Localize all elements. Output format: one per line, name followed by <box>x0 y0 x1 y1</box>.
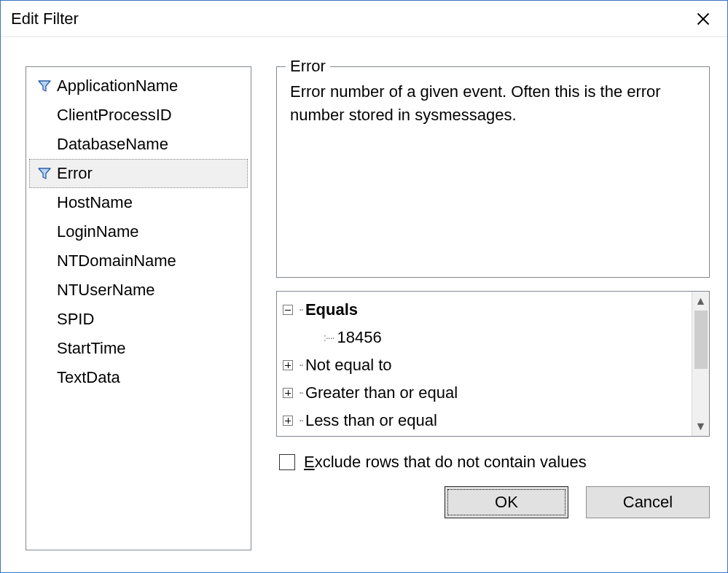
scroll-thumb[interactable] <box>694 311 708 369</box>
cancel-button[interactable]: Cancel <box>586 486 710 518</box>
filter-item-applicationname[interactable]: ApplicationName <box>29 71 248 101</box>
filter-item-hostname[interactable]: HostName <box>29 188 248 217</box>
filter-item-textdata[interactable]: TextData <box>29 363 248 392</box>
ok-button[interactable]: OK <box>445 486 568 518</box>
criteria-tree[interactable]: ··Equals:····18456··Not equal to··Greate… <box>276 291 710 437</box>
vertical-scrollbar[interactable]: ▲ ▼ <box>692 292 709 436</box>
titlebar: Edit Filter <box>1 1 727 37</box>
scroll-up-icon[interactable]: ▲ <box>695 295 707 308</box>
funnel-icon <box>34 79 55 93</box>
filter-column-list[interactable]: ApplicationNameClientProcessIDDatabaseNa… <box>26 66 251 550</box>
edit-filter-dialog: Edit Filter ApplicationNameClientProcess… <box>0 0 728 573</box>
expand-icon[interactable] <box>283 360 293 370</box>
filter-item-label: NTUserName <box>55 281 154 300</box>
collapse-icon[interactable] <box>283 305 293 315</box>
criteria-node[interactable]: ··Less than or equal <box>283 407 690 434</box>
filter-item-label: TextData <box>55 368 120 387</box>
filter-item-clientprocessid[interactable]: ClientProcessID <box>29 101 248 130</box>
filter-item-label: ApplicationName <box>55 77 178 96</box>
criteria-node[interactable]: ··Not equal to <box>283 351 690 379</box>
criteria-value-label: 18456 <box>337 328 381 347</box>
criteria-tree-content: ··Equals:····18456··Not equal to··Greate… <box>277 292 692 436</box>
svg-marker-3 <box>39 168 50 179</box>
column-description: Error number of a given event. Often thi… <box>290 80 699 127</box>
criteria-node-label: Less than or equal <box>305 411 437 430</box>
filter-item-label: NTDomainName <box>55 252 176 270</box>
expand-icon[interactable] <box>283 388 293 398</box>
expand-icon[interactable] <box>283 416 293 426</box>
groupbox-title: Error <box>286 57 330 76</box>
right-panel: Error Error number of a given event. Oft… <box>276 66 710 550</box>
criteria-node[interactable]: ··Greater than or equal <box>283 379 690 407</box>
filter-item-label: ClientProcessID <box>55 106 172 125</box>
filter-item-ntusername[interactable]: NTUserName <box>29 276 248 305</box>
filter-item-databasename[interactable]: DatabaseName <box>29 130 248 159</box>
description-groupbox: Error Error number of a given event. Oft… <box>276 66 710 278</box>
criteria-node-label: Not equal to <box>305 356 392 375</box>
exclude-checkbox-row[interactable]: Exclude rows that do not contain values <box>276 453 710 472</box>
exclude-checkbox[interactable] <box>279 454 295 470</box>
filter-item-label: LoginName <box>55 222 139 241</box>
criteria-node[interactable]: ··Equals <box>283 296 690 324</box>
criteria-node-label: Greater than or equal <box>305 383 458 402</box>
filter-item-label: DatabaseName <box>55 135 168 154</box>
filter-item-spid[interactable]: SPID <box>29 305 248 334</box>
filter-item-loginname[interactable]: LoginName <box>29 217 248 246</box>
filter-item-label: StartTime <box>55 339 126 358</box>
filter-item-label: SPID <box>55 310 94 329</box>
filter-item-ntdomainname[interactable]: NTDomainName <box>29 246 248 276</box>
exclude-label: Exclude rows that do not contain values <box>304 453 587 472</box>
dialog-body: ApplicationNameClientProcessIDDatabaseNa… <box>1 37 727 572</box>
dialog-buttons: OK Cancel <box>276 486 710 518</box>
filter-item-label: HostName <box>55 193 133 212</box>
criteria-node-label: Equals <box>305 300 358 319</box>
filter-item-label: Error <box>55 164 93 183</box>
criteria-value[interactable]: :····18456 <box>283 324 690 351</box>
close-icon <box>697 12 710 26</box>
scroll-down-icon[interactable]: ▼ <box>695 420 707 433</box>
filter-item-error[interactable]: Error <box>29 159 248 188</box>
svg-marker-2 <box>39 81 50 91</box>
filter-item-starttime[interactable]: StartTime <box>29 334 248 363</box>
window-title: Edit Filter <box>11 9 686 28</box>
funnel-icon <box>34 166 55 181</box>
close-button[interactable] <box>686 6 720 32</box>
